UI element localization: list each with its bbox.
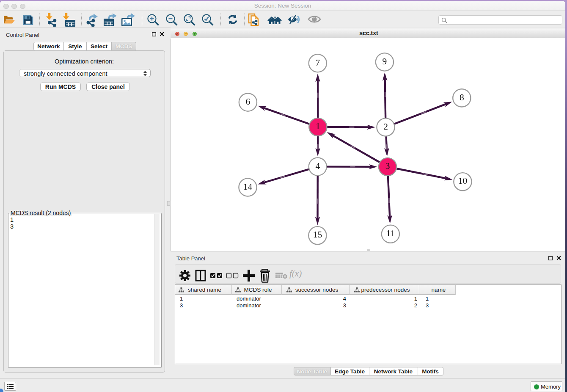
svg-text:6: 6 [246,97,250,107]
svg-text:1: 1 [316,121,320,131]
svg-text:11: 11 [386,228,395,238]
svg-text:15: 15 [313,229,322,240]
svg-text:9: 9 [383,56,387,66]
svg-text:10: 10 [458,176,468,186]
svg-text:7: 7 [315,58,320,68]
svg-text:14: 14 [243,182,253,192]
svg-text:2: 2 [383,121,388,132]
svg-text:8: 8 [460,92,464,102]
svg-text:3: 3 [385,161,390,171]
svg-text:4: 4 [315,161,320,171]
